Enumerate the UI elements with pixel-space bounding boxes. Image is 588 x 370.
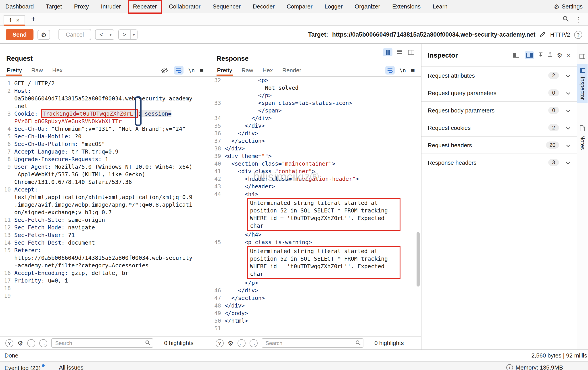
code-line[interactable]: </h4> (210, 231, 421, 238)
search-settings-icon[interactable]: ⚙ (17, 339, 23, 347)
eye-off-icon[interactable] (160, 66, 169, 74)
request-editor[interactable]: 1GET / HTTP/22Host: 0a5b0066049d7143815a… (0, 77, 210, 336)
send-button[interactable]: Send (6, 29, 33, 40)
code-line[interactable]: 46 </div> (210, 287, 421, 294)
expand-all-icon[interactable] (547, 52, 553, 59)
add-tab-button[interactable]: + (31, 15, 36, 25)
response-tab-raw[interactable]: Raw (241, 65, 254, 76)
menu-item-dashboard[interactable]: Dashboard (5, 3, 34, 10)
chevron-down-icon[interactable]: ▾ (131, 30, 137, 39)
chevron-down-icon[interactable] (566, 124, 571, 131)
history-back-button[interactable]: < ▾ (95, 30, 114, 40)
code-line[interactable]: 45 <p class=is-warning> (210, 238, 421, 246)
response-tab-render[interactable]: Render (282, 65, 302, 76)
search-icon[interactable] (563, 16, 569, 23)
code-line[interactable]: ,image/avif,image/webp,image/apng,*/*;q=… (0, 201, 210, 208)
code-line[interactable]: 9User-Agent: Mozilla/5.0 (Windows NT 10.… (0, 163, 210, 171)
cancel-button[interactable]: Cancel (59, 29, 91, 40)
code-line[interactable]: 40 <section class="maincontainer"> (210, 160, 421, 167)
dock-panel-icon[interactable] (579, 53, 585, 60)
history-forward-button[interactable]: > ▾ (118, 30, 137, 40)
next-match-button[interactable]: → (249, 339, 257, 347)
code-line[interactable]: 1GET / HTTP/2 (0, 80, 210, 87)
menu-item-extensions[interactable]: Extensions (392, 3, 420, 10)
menu-item-target[interactable]: Target (46, 3, 62, 10)
code-line[interactable]: 4Sec-Ch-Ua: "Chromium";v="131", "Not_A B… (0, 125, 210, 133)
word-wrap-icon[interactable] (174, 66, 183, 74)
send-settings-button[interactable]: ⚙ (38, 30, 50, 40)
code-line[interactable]: 42 <header class="navigation-header"> (210, 175, 421, 183)
code-line[interactable]: Chrome/131.0.6778.140 Safari/537.36 (0, 178, 210, 186)
code-line[interactable]: 38</div> (210, 145, 421, 152)
word-wrap-icon[interactable] (385, 66, 395, 74)
code-line[interactable]: Not solved (210, 84, 421, 92)
close-icon[interactable]: × (16, 17, 20, 24)
code-line[interactable]: 50</html> (210, 317, 421, 324)
help-icon[interactable]: ? (5, 339, 13, 347)
menu-item-sequencer[interactable]: Sequencer (212, 3, 241, 10)
editor-menu-icon[interactable]: ≡ (200, 66, 204, 74)
code-line[interactable]: 7Accept-Language: tr-TR,tr;q=0.9 (0, 148, 210, 155)
code-line[interactable]: 37 </section> (210, 137, 421, 145)
code-line[interactable]: 41 <div class="container"> (210, 167, 421, 175)
forward-arrow[interactable]: > (119, 30, 131, 39)
request-tab-hex[interactable]: Hex (52, 65, 63, 76)
search-settings-icon[interactable]: ⚙ (228, 339, 233, 347)
inspector-row-response-headers[interactable]: Response headers3 (421, 154, 577, 171)
code-line[interactable]: on/signed-exchange;v=b3;q=0.7 (0, 208, 210, 216)
help-icon[interactable]: ? (574, 31, 582, 39)
code-line[interactable]: 5Sec-Ch-Ua-Mobile: ?0 (0, 133, 210, 140)
chevron-down-icon[interactable]: ▾ (107, 30, 114, 39)
prev-match-button[interactable]: ← (237, 339, 245, 347)
event-log-button[interactable]: Event log (23) (4, 364, 45, 370)
code-line[interactable]: 2Host: (0, 87, 210, 95)
menu-item-collaborator[interactable]: Collaborator (169, 3, 201, 10)
menu-item-comparer[interactable]: Comparer (287, 3, 313, 10)
menu-item-decoder[interactable]: Decoder (253, 3, 274, 10)
code-line[interactable]: AppleWebKit/537.36 (KHTML, like Gecko) (0, 171, 210, 178)
code-line[interactable]: Unterminated string literal started at p… (210, 246, 421, 279)
edit-target-icon[interactable] (539, 31, 546, 39)
response-tab-pretty[interactable]: Pretty (217, 65, 233, 76)
code-line[interactable]: Unterminated string literal started at p… (210, 198, 421, 231)
code-line[interactable]: 15Referer: (0, 246, 210, 254)
inspector-row-request-attributes[interactable]: Request attributes2 (421, 67, 577, 84)
chevron-down-icon[interactable] (566, 90, 571, 96)
info-icon[interactable]: i (506, 364, 513, 370)
editor-menu-icon[interactable]: ≡ (411, 66, 415, 74)
code-line[interactable]: 17Priority: u=0, i (0, 277, 210, 284)
close-icon[interactable]: × (566, 51, 571, 59)
code-line[interactable]: text/html,application/xhtml+xml,applicat… (0, 193, 210, 201)
code-line[interactable]: 39<div theme=""> (210, 152, 421, 160)
code-line[interactable]: -academy.net/filter?category=Accessories (0, 262, 210, 269)
response-editor[interactable]: 32 <p> Not solved </p>33 <span class=lab… (210, 77, 421, 336)
code-line[interactable]: 19 (0, 292, 210, 299)
more-options-icon[interactable]: ⋮ (576, 16, 582, 23)
request-tab-pretty[interactable]: Pretty (6, 65, 22, 76)
menu-item-organizer[interactable]: Organizer (355, 3, 380, 10)
next-match-button[interactable]: → (39, 339, 47, 347)
split-pane-icon[interactable] (525, 51, 534, 59)
code-line[interactable]: 10Accept: (0, 186, 210, 193)
code-line[interactable]: 49</body> (210, 309, 421, 317)
horizontal-split-icon[interactable] (395, 48, 404, 56)
code-line[interactable]: 44 <h4> (210, 190, 421, 198)
code-line[interactable]: 12Sec-Fetch-Mode: navigate (0, 224, 210, 231)
code-line[interactable]: 47 </section> (210, 294, 421, 302)
chevron-down-icon[interactable] (566, 107, 571, 113)
show-newlines-icon[interactable]: \n (189, 67, 195, 73)
sidebar-tab-notes[interactable]: Notes (577, 122, 588, 154)
code-line[interactable]: 51 (210, 324, 421, 332)
code-line[interactable]: 32 <p> (210, 77, 421, 84)
code-line[interactable]: 35 </div> (210, 122, 421, 129)
code-line[interactable]: 11Sec-Fetch-Site: same-origin (0, 216, 210, 224)
back-arrow[interactable]: < (95, 30, 107, 39)
chevron-down-icon[interactable] (566, 159, 571, 166)
search-input[interactable] (51, 338, 153, 348)
show-newlines-icon[interactable]: \n (399, 67, 406, 73)
prev-match-button[interactable]: ← (27, 339, 35, 347)
collapse-all-icon[interactable] (538, 52, 543, 59)
code-line[interactable]: 16Accept-Encoding: gzip, deflate, br (0, 269, 210, 277)
chevron-down-icon[interactable] (566, 142, 571, 148)
response-tab-hex[interactable]: Hex (262, 65, 273, 76)
